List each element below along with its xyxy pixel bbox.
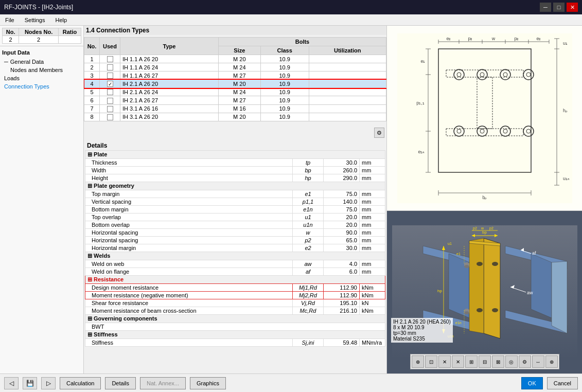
view-btn-9[interactable]: ⚙ bbox=[519, 355, 531, 368]
view-btn-5[interactable]: ⊞ bbox=[465, 355, 478, 368]
view-btn-3[interactable]: ✕ bbox=[438, 355, 451, 368]
details-panel: Details ⊞ PlateThicknesstp30.0mmWidthbp2… bbox=[84, 140, 386, 373]
svg-point-75 bbox=[492, 308, 498, 312]
prop-name: Weld on web bbox=[85, 260, 293, 268]
sidebar-item-nodes-members[interactable]: Nodes and Members bbox=[2, 66, 81, 74]
view-btn-11[interactable]: ⊕ bbox=[545, 355, 558, 368]
prop-group-label: ⊞ Stiffness bbox=[85, 331, 385, 339]
bolt-row-no: 3 bbox=[84, 72, 100, 80]
prop-value: 30.0 bbox=[324, 244, 360, 252]
maximize-button[interactable]: □ bbox=[553, 3, 565, 12]
prop-value: 75.0 bbox=[324, 206, 360, 213]
prop-group-row: ⊞ Resistance bbox=[85, 276, 385, 284]
prop-group-label: ⊞ Plate bbox=[85, 151, 385, 159]
bolt-row-no: 2 bbox=[84, 63, 100, 72]
nat-annex-button[interactable]: Nat. Annex... bbox=[140, 377, 186, 389]
bolt-row-used[interactable] bbox=[100, 72, 120, 80]
view-btn-6[interactable]: ⊟ bbox=[479, 355, 491, 368]
graphics-button[interactable]: Graphics bbox=[190, 377, 226, 389]
prop-name: Bottom overlap bbox=[85, 221, 293, 229]
ok-button[interactable]: OK bbox=[521, 377, 543, 389]
view-btn-2[interactable]: ⊡ bbox=[425, 355, 437, 368]
table-row: Moment resistance (negative moment)Mj2,R… bbox=[85, 292, 385, 299]
view-btn-10[interactable]: ↔ bbox=[532, 355, 544, 368]
nav-fwd-btn[interactable]: ▷ bbox=[41, 377, 56, 389]
prop-group-row: ⊞ Welds bbox=[85, 252, 385, 260]
svg-text:w: w bbox=[481, 226, 484, 230]
prop-name: Weld on flange bbox=[85, 268, 293, 276]
sidebar-item-connection-types[interactable]: Connection Types bbox=[2, 82, 81, 91]
sidebar-item-loads[interactable]: Loads bbox=[2, 74, 81, 82]
table-settings-icon[interactable]: ⚙ bbox=[374, 128, 384, 138]
svg-text:e1: e1 bbox=[456, 252, 461, 256]
help-menu[interactable]: Help bbox=[52, 16, 70, 24]
prop-value: 30.0 bbox=[324, 159, 360, 167]
bolts-table: No. Used Type Bolts Size Class Utilizati… bbox=[84, 37, 386, 121]
table-row: StiffnessSj,ini59.48MNm/ra bbox=[85, 339, 385, 347]
bolt-row-no: 7 bbox=[84, 104, 100, 113]
svg-text:p₁,₁: p₁,₁ bbox=[416, 100, 425, 105]
col-header-util: Utilization bbox=[309, 46, 386, 55]
cancel-button[interactable]: Cancel bbox=[547, 377, 578, 389]
bolt-row-util bbox=[309, 88, 386, 96]
model-info-line3: tp=30 mm bbox=[393, 330, 451, 336]
prop-name: Thickness bbox=[85, 159, 293, 167]
bolt-row-used[interactable] bbox=[100, 63, 120, 72]
bolt-row-used[interactable] bbox=[100, 88, 120, 96]
prop-unit: mm bbox=[360, 268, 385, 276]
sidebar-item-general-data[interactable]: ─ General Data bbox=[2, 58, 81, 66]
prop-name: Vertical spacing bbox=[85, 198, 293, 206]
bolt-row-class: 10.9 bbox=[260, 104, 309, 113]
prop-value: 20.0 bbox=[324, 213, 360, 221]
prop-symbol: e1 bbox=[293, 190, 324, 198]
bolt-row-used[interactable] bbox=[100, 96, 120, 104]
details-button[interactable]: Details bbox=[105, 377, 136, 389]
view-btn-8[interactable]: ◎ bbox=[505, 355, 518, 368]
bottom-bar: ◁ 💾 ▷ Calculation Details Nat. Annex... … bbox=[0, 373, 582, 392]
minimize-button[interactable]: ─ bbox=[540, 3, 551, 12]
table-row: Design moment resistanceMj1,Rd112.90kNm bbox=[85, 284, 385, 292]
svg-point-74 bbox=[477, 308, 483, 312]
bolt-row-util bbox=[309, 80, 386, 88]
svg-text:u₁: u₁ bbox=[563, 41, 568, 46]
svg-text:aw: aw bbox=[527, 290, 533, 295]
nav-back-btn[interactable]: ◁ bbox=[4, 377, 19, 389]
sidebar: No. Nodes No. Ratio 2 2 Input Data ─ bbox=[0, 26, 84, 373]
prop-group-label: ⊞ Governing components bbox=[85, 315, 385, 323]
calculation-button[interactable]: Calculation bbox=[60, 377, 101, 389]
table-row: Horizontal margine230.0mm bbox=[85, 244, 385, 252]
col-header-used: Used bbox=[100, 38, 120, 55]
nav-save-btn[interactable]: 💾 bbox=[23, 377, 37, 389]
bolt-row-used[interactable] bbox=[100, 113, 120, 121]
view-btn-1[interactable]: ⊕ bbox=[412, 355, 424, 368]
bolt-row-no: 5 bbox=[84, 88, 100, 96]
col-no: No. bbox=[3, 28, 19, 36]
file-menu[interactable]: File bbox=[2, 16, 17, 24]
view-btn-7[interactable]: ⊠ bbox=[492, 355, 504, 368]
close-button[interactable]: ✕ bbox=[567, 3, 578, 12]
prop-unit: kN bbox=[360, 299, 385, 307]
svg-text:e₁ₙ: e₁ₙ bbox=[418, 149, 425, 154]
bolt-row-used[interactable] bbox=[100, 104, 120, 113]
table-row: Top margine175.0mm bbox=[85, 190, 385, 198]
right-panel: e₂ p₂ w p₂ e₂ bbox=[386, 26, 582, 373]
svg-text:u₁ₙ: u₁ₙ bbox=[563, 176, 570, 181]
svg-text:e₂: e₂ bbox=[536, 36, 541, 41]
bolt-row-class: 10.9 bbox=[260, 72, 309, 80]
svg-text:hₚ: hₚ bbox=[563, 108, 568, 113]
bolt-row-used[interactable] bbox=[100, 55, 120, 63]
bolt-row-used[interactable] bbox=[100, 80, 120, 88]
settings-menu[interactable]: Settings bbox=[22, 16, 48, 24]
sidebar-no: 2 bbox=[3, 36, 19, 44]
table-row: BWT bbox=[85, 323, 385, 331]
bolt-row-class: 10.9 bbox=[260, 80, 309, 88]
prop-name: Width bbox=[85, 167, 293, 174]
bolt-row-size: M 20 bbox=[218, 80, 260, 88]
prop-group-row: ⊞ Plate bbox=[85, 151, 385, 159]
svg-text:p₂: p₂ bbox=[468, 36, 472, 41]
center-content: 1.4 Connection Types No. Used Type Bolts… bbox=[84, 26, 386, 373]
bolt-row-util bbox=[309, 96, 386, 104]
bolt-row-no: 4 bbox=[84, 80, 100, 88]
view-btn-4[interactable]: ✕ bbox=[452, 355, 464, 368]
window-controls: ─ □ ✕ bbox=[540, 3, 578, 12]
